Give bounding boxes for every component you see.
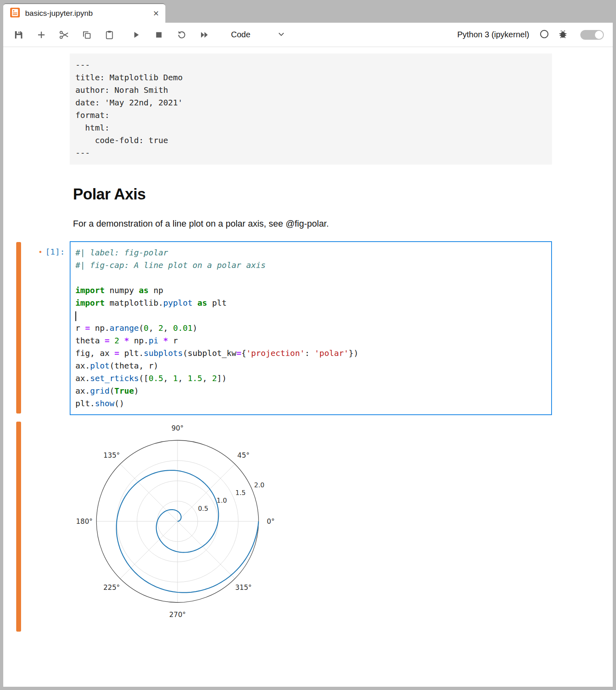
code-line: theta = 2 * np.pi * r — [75, 334, 546, 347]
code-editor[interactable]: #| label: fig-polar#| fig-cap: A line pl… — [70, 241, 552, 415]
raw-line: html: — [75, 122, 546, 134]
tab-close-icon[interactable]: × — [153, 9, 159, 18]
code-line: r = np.arange(0, 2, 0.01) — [75, 322, 546, 334]
svg-text:225°: 225° — [103, 583, 120, 591]
execution-prompt: •[1]: — [38, 247, 65, 257]
notebook-content: ---title: Matplotlib Demoauthor: Norah S… — [3, 47, 613, 687]
input-collapser[interactable] — [16, 242, 21, 414]
code-line: fig, ax = plt.subplots(subplot_kw={'proj… — [75, 347, 546, 360]
output-area: 0°45°90°135°180°225°270°315°0.51.01.52.0 — [71, 421, 552, 633]
output-gutter — [3, 421, 70, 633]
svg-text:90°: 90° — [171, 424, 184, 432]
toggle-knob — [595, 31, 603, 39]
raw-line: title: Matplotlib Demo — [75, 71, 546, 84]
raw-line: --- — [75, 59, 546, 71]
raw-line: --- — [75, 147, 546, 159]
raw-cell-row: ---title: Matplotlib Demoauthor: Norah S… — [3, 54, 613, 165]
add-cell-button[interactable] — [35, 28, 48, 41]
code-line: ax.set_rticks([0.5, 1, 1.5, 2]) — [75, 372, 546, 385]
raw-line: code-fold: true — [75, 134, 546, 147]
copy-cells-button[interactable] — [80, 28, 93, 41]
text-caret — [75, 311, 76, 321]
cell-type-dropdown[interactable]: Code — [231, 30, 285, 40]
kernel-name[interactable]: Python 3 (ipykernel) — [457, 30, 529, 39]
svg-text:135°: 135° — [103, 451, 120, 459]
chevron-down-icon — [277, 30, 285, 40]
code-cell-gutter: •[1]: — [3, 241, 70, 415]
svg-text:0°: 0° — [267, 517, 274, 525]
raw-line: author: Norah Smith — [75, 84, 546, 96]
code-line: #| fig-cap: A line plot on a polar axis — [75, 259, 546, 272]
svg-text:1.0: 1.0 — [217, 497, 227, 504]
run-all-cells-button[interactable] — [198, 28, 211, 41]
svg-text:1.5: 1.5 — [235, 489, 246, 497]
svg-text:2.0: 2.0 — [254, 481, 264, 489]
interrupt-kernel-button[interactable] — [152, 28, 165, 41]
output-row: 0°45°90°135°180°225°270°315°0.51.01.52.0 — [3, 421, 613, 633]
notebook-toolbar: Code Python 3 (ipykernel) — [3, 23, 613, 47]
svg-text:315°: 315° — [235, 583, 252, 591]
code-line: ax.plot(theta, r) — [75, 360, 546, 372]
markdown-paragraph: For a demonstration of a line plot on a … — [73, 219, 552, 229]
code-line — [75, 309, 546, 322]
tab-bar: basics-jupyter.ipynb × — [3, 3, 613, 23]
debugger-bug-icon[interactable] — [558, 29, 568, 41]
markdown-cell: Polar Axis For a demonstration of a line… — [73, 186, 552, 229]
code-cell-row: •[1]: #| label: fig-polar#| fig-cap: A l… — [3, 241, 613, 415]
code-line: plt.show() — [75, 397, 546, 410]
page-title: Polar Axis — [73, 186, 552, 203]
restart-kernel-button[interactable] — [175, 28, 188, 41]
save-button[interactable] — [12, 28, 25, 41]
jupyter-window: basics-jupyter.ipynb × — [0, 0, 616, 690]
output-collapser[interactable] — [16, 422, 21, 632]
execution-count: [1]: — [45, 247, 65, 257]
polar-figure: 0°45°90°135°180°225°270°315°0.51.01.52.0 — [71, 421, 298, 632]
code-line: import numpy as np — [75, 284, 546, 297]
code-line: ax.grid(True) — [75, 385, 546, 397]
code-line — [75, 272, 546, 284]
debugger-toggle[interactable] — [580, 30, 604, 40]
raw-yaml-cell[interactable]: ---title: Matplotlib Demoauthor: Norah S… — [70, 54, 552, 165]
cell-type-value: Code — [231, 30, 250, 39]
kernel-status-icon[interactable] — [539, 29, 550, 41]
code-line: #| label: fig-polar — [75, 246, 546, 259]
run-cell-button[interactable] — [130, 28, 143, 41]
raw-line: format: — [75, 109, 546, 122]
svg-text:180°: 180° — [76, 517, 93, 525]
svg-text:45°: 45° — [237, 451, 250, 459]
notebook-file-icon — [10, 7, 20, 19]
svg-text:0.5: 0.5 — [198, 505, 208, 512]
paste-cells-button[interactable] — [103, 28, 116, 41]
raw-line: date: 'May 22nd, 2021' — [75, 96, 546, 109]
svg-text:270°: 270° — [169, 611, 186, 619]
code-line: import matplotlib.pyplot as plt — [75, 297, 546, 309]
raw-cell-gutter — [3, 54, 70, 165]
cell-dirty-dot: • — [38, 248, 43, 256]
tab-title: basics-jupyter.ipynb — [25, 9, 93, 18]
notebook-tab[interactable]: basics-jupyter.ipynb × — [3, 3, 165, 23]
cut-cells-button[interactable] — [58, 28, 71, 41]
